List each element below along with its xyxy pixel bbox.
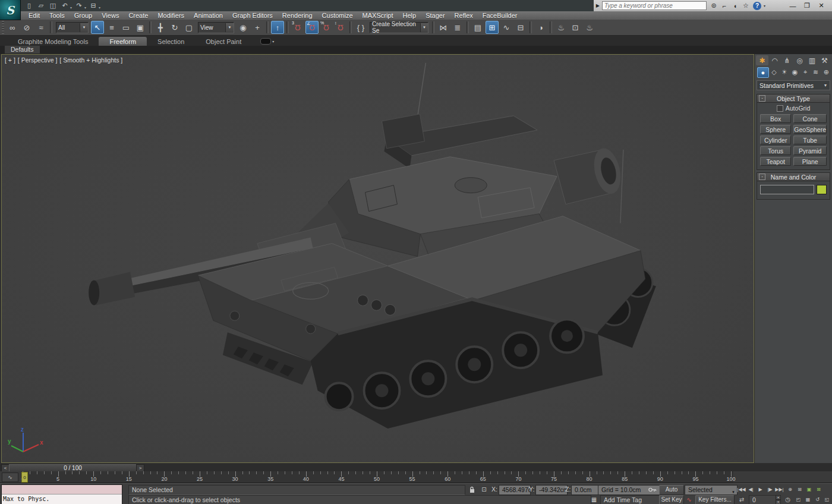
redo-icon[interactable]: ↷ xyxy=(74,1,84,10)
maxscript-mini-listener[interactable]: Max to Physc. xyxy=(1,484,122,504)
search-icon[interactable]: ⊚ xyxy=(709,1,718,10)
menu-group[interactable]: Group xyxy=(70,11,97,20)
viewport-menu-shading[interactable]: [ Smooth + Highlights ] xyxy=(59,56,122,64)
select-and-link-icon[interactable]: ∞ xyxy=(6,21,19,34)
object-name-field[interactable] xyxy=(760,185,814,194)
key-filters-button[interactable]: Key Filters... xyxy=(695,495,735,504)
bind-to-space-warp-icon[interactable]: ≈ xyxy=(34,21,48,34)
listener-pane[interactable]: Max to Physc. xyxy=(2,494,122,504)
unlink-selection-icon[interactable]: ⊘ xyxy=(20,21,33,34)
key-mode-dropdown[interactable]: Selected▼ xyxy=(685,485,738,495)
menu-reflex[interactable]: Reflex xyxy=(450,11,478,20)
select-and-rotate-icon[interactable]: ↻ xyxy=(168,21,181,34)
ribbon-tab-selection[interactable]: Selection xyxy=(147,37,195,46)
layer-manager-icon[interactable]: ▤ xyxy=(471,21,484,34)
keyboard-shortcut-override-icon[interactable]: ↑ xyxy=(271,21,284,34)
object-color-swatch[interactable] xyxy=(817,185,827,194)
chevron-down-icon[interactable]: ▾ xyxy=(70,5,72,10)
select-and-manipulate-icon[interactable]: + xyxy=(251,21,264,34)
rendered-frame-window-icon[interactable]: ⊡ xyxy=(569,21,582,34)
previous-frame-button[interactable]: ◀| xyxy=(746,485,755,494)
3dsmax-logo[interactable]: S xyxy=(0,0,21,20)
add-time-tag[interactable]: Add Time Tag xyxy=(600,495,660,504)
menu-graph-editors[interactable]: Graph Editors xyxy=(228,11,278,20)
menu-rendering[interactable]: Rendering xyxy=(278,11,317,20)
fov-zoom-region-icon[interactable]: ◰ xyxy=(794,495,803,504)
select-object-icon[interactable]: ↖ xyxy=(91,21,104,34)
reference-coordinate-system-dropdown[interactable]: View▼ xyxy=(198,22,234,33)
track-bar[interactable]: ∿ 0 051015202530354045505560657075808590… xyxy=(0,471,832,483)
frame-spinner[interactable]: ▲▼ xyxy=(776,495,781,504)
autogrid-checkbox[interactable] xyxy=(777,105,783,112)
objecttype-sphere-button[interactable]: Sphere xyxy=(760,125,791,134)
menu-modifiers[interactable]: Modifiers xyxy=(153,11,189,20)
objecttype-tube-button[interactable]: Tube xyxy=(793,136,827,144)
menu-animation[interactable]: Animation xyxy=(189,11,228,20)
geometry-category-icon[interactable]: ● xyxy=(757,67,769,78)
open-file-icon[interactable]: ▱ xyxy=(36,1,46,10)
material-editor-icon[interactable]: ◑ xyxy=(534,21,547,34)
maximize-viewport-icon[interactable]: ◱ xyxy=(822,495,831,504)
objecttype-cylinder-button[interactable]: Cylinder xyxy=(760,136,791,144)
display-tab-icon[interactable]: ▥ xyxy=(806,55,818,65)
restore-button[interactable]: ❐ xyxy=(800,1,814,10)
chevron-down-icon[interactable]: ▾ xyxy=(84,5,86,10)
shapes-category-icon[interactable]: ◇ xyxy=(769,67,780,77)
next-frame-button[interactable]: |▶ xyxy=(765,485,774,494)
save-file-icon[interactable]: ◫ xyxy=(48,1,58,10)
objecttype-geosphere-button[interactable]: GeoSphere xyxy=(793,125,827,134)
orbit-icon[interactable]: ↺ xyxy=(813,495,822,504)
objecttype-teapot-button[interactable]: Teapot xyxy=(760,157,791,166)
percent-snap-toggle-icon[interactable]: Ω% xyxy=(320,21,333,34)
select-by-name-icon[interactable]: ≡ xyxy=(105,21,118,34)
use-pivot-point-center-icon[interactable]: ◉ xyxy=(237,21,250,34)
macro-recorder-pane[interactable] xyxy=(2,485,122,494)
ribbon-tab-object-paint[interactable]: Object Paint xyxy=(195,37,252,46)
snaps-toggle-3d-icon[interactable]: Ω3 xyxy=(291,21,304,34)
mini-curve-editor-icon[interactable]: ∿ xyxy=(2,472,18,482)
toolbar-drag-handle[interactable] xyxy=(2,21,4,34)
mirror-icon[interactable]: ⋈ xyxy=(437,21,450,34)
favorites-icon[interactable]: ☆ xyxy=(741,1,751,10)
help-icon[interactable]: ? xyxy=(753,2,761,10)
name-color-rollout-header[interactable]: - Name and Color xyxy=(757,173,830,181)
objecttype-plane-button[interactable]: Plane xyxy=(793,157,827,166)
viewport-menu-plus[interactable]: [ + ] xyxy=(5,56,15,64)
lights-category-icon[interactable]: ☀ xyxy=(779,67,790,77)
key-filter-curve-icon[interactable]: ∿ xyxy=(685,495,694,504)
modify-tab-icon[interactable]: ◠ xyxy=(768,55,781,65)
communication-center-icon[interactable]: ◖ xyxy=(730,1,740,10)
undo-icon[interactable]: ↶ xyxy=(59,1,70,10)
x-coordinate-field[interactable]: 4568.497cm xyxy=(499,485,531,495)
menu-facebuilder[interactable]: FaceBuilder xyxy=(478,11,522,20)
objecttype-torus-button[interactable]: Torus xyxy=(760,146,791,155)
schematic-view-icon[interactable]: ⊟ xyxy=(514,21,527,34)
systems-category-icon[interactable]: ⊕ xyxy=(821,67,831,77)
set-keys-key-icon[interactable] xyxy=(648,485,657,494)
selection-lock-icon[interactable] xyxy=(467,485,477,494)
menu-create[interactable]: Create xyxy=(124,11,153,20)
timeline-ruler[interactable]: 0 05101520253035404550556065707580859095… xyxy=(21,471,733,483)
menu-help[interactable]: Help xyxy=(398,11,421,20)
create-tab-icon[interactable]: ✱ xyxy=(756,55,768,65)
subcategory-dropdown[interactable]: Standard Primitives ▼ xyxy=(757,80,830,90)
menu-tools[interactable]: Tools xyxy=(45,11,70,20)
z-coordinate-field[interactable]: 0.0cm xyxy=(571,485,599,495)
edit-named-selection-sets-icon[interactable]: { } xyxy=(354,21,367,34)
auto-key-button[interactable]: Auto Key xyxy=(659,485,684,495)
rectangular-selection-region-icon[interactable]: ▭ xyxy=(119,21,133,34)
ribbon-tab-graphite-modeling-tools[interactable]: Graphite Modeling Tools xyxy=(7,37,99,46)
hierarchy-tab-icon[interactable]: ⋔ xyxy=(781,55,793,65)
scene-explorer-icon[interactable]: ⊞ xyxy=(486,21,499,34)
chevron-down-icon[interactable]: ▾ xyxy=(99,5,100,10)
pan-icon[interactable]: ▦ xyxy=(803,495,812,504)
search-input[interactable] xyxy=(602,1,707,10)
utilities-tab-icon[interactable]: ⚒ xyxy=(818,55,831,65)
minimize-button[interactable]: — xyxy=(786,1,800,10)
ribbon-subtab-defaults[interactable]: Defaults xyxy=(5,46,40,53)
time-configuration-icon[interactable]: ◷ xyxy=(783,495,792,504)
menu-stager[interactable]: Stager xyxy=(421,11,449,20)
render-setup-icon[interactable]: ♨ xyxy=(554,21,568,34)
set-key-button[interactable]: Set Key xyxy=(659,495,684,504)
selection-filter-dropdown[interactable]: All▼ xyxy=(56,22,89,33)
